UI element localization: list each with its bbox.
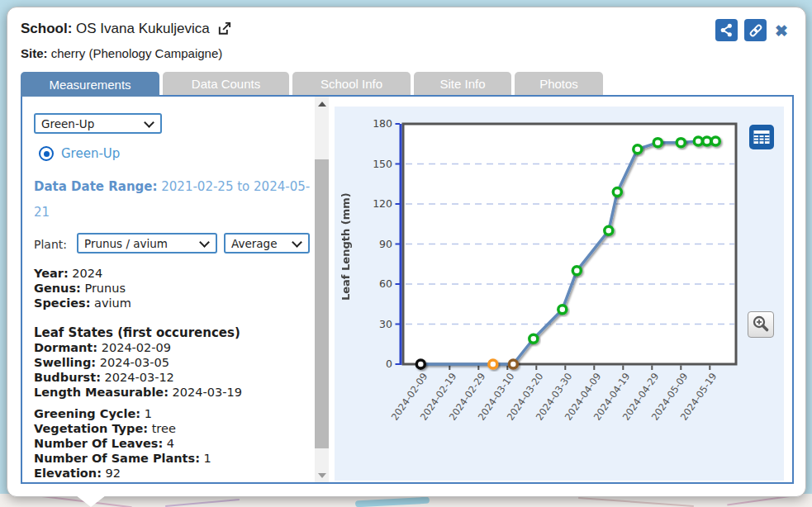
detail-row: Elevation: 92 <box>34 466 211 481</box>
leaf-length-chart-panel: Leaf Length (mm) <box>335 107 784 481</box>
measurement-controls-pane: Green-Up Green-Up Data Date Range: 2021-… <box>22 97 315 482</box>
plant-info-block: Year: 2024 Genus: Prunus Species: avium <box>34 266 131 310</box>
popup-tip <box>76 495 106 507</box>
y-tick-label: 30 <box>356 318 392 330</box>
data-point-marker-green[interactable] <box>711 137 719 145</box>
greenup-radio[interactable] <box>39 146 54 161</box>
detail-row: Vegetation Type: tree <box>34 421 211 436</box>
school-name: OS Ivana Kukuljevica <box>76 21 210 36</box>
y-tick-label: 120 <box>356 197 392 210</box>
data-point-marker-green[interactable] <box>613 187 621 196</box>
plant-select-value: Prunus / avium <box>84 237 168 250</box>
y-tick-label: 150 <box>356 158 392 170</box>
data-point-marker-green[interactable] <box>677 139 685 147</box>
chart-zoom-button[interactable] <box>748 311 774 338</box>
data-point-marker-dormant[interactable] <box>416 360 425 368</box>
leaf-state-row: Budburst: 2024-03-12 <box>34 370 242 385</box>
data-point-marker-green[interactable] <box>529 334 538 343</box>
share-nodes-button[interactable] <box>715 19 738 41</box>
map-road <box>165 499 240 507</box>
tab-data-counts[interactable]: Data Counts <box>163 72 289 95</box>
scroll-up-button[interactable] <box>315 97 329 111</box>
share-export-icon[interactable] <box>216 24 232 40</box>
arrow-up-icon <box>318 102 326 107</box>
zoom-in-magnifier-icon <box>750 314 772 335</box>
data-point-marker-green[interactable] <box>558 306 567 314</box>
share-nodes-icon <box>719 22 734 38</box>
data-point-marker-green[interactable] <box>634 145 642 154</box>
leaf-state-row: Swelling: 2024-03-05 <box>34 355 242 370</box>
plant-select[interactable]: Prunus / avium <box>77 233 217 254</box>
school-label: School: <box>21 21 72 36</box>
detail-row: Number Of Leaves: 4 <box>34 436 211 451</box>
y-axis-label: Leaf Length (mm) <box>340 156 352 338</box>
measurements-tab-content: Green-Up Green-Up Data Date Range: 2021-… <box>21 95 794 484</box>
link-icon <box>748 22 764 39</box>
detail-row: Number Of Same Plants: 1 <box>34 451 211 466</box>
greenup-radio-label: Green-Up <box>61 146 120 161</box>
data-date-range: Data Date Range: 2021-02-25 to 2024-05-2… <box>34 174 315 225</box>
chevron-down-icon <box>292 237 302 248</box>
tab-site-info[interactable]: Site Info <box>414 72 511 95</box>
popup-title: School: OS Ivana Kukuljevica <box>21 21 232 40</box>
site-label: Site: <box>21 46 48 60</box>
aggregate-select[interactable]: Average <box>224 233 310 254</box>
plant-details-block: Greening Cycle: 1 Vegetation Type: tree … <box>34 406 211 481</box>
leaf-states-title: Leaf States (first occurences) <box>34 325 242 340</box>
site-value: cherry (Phenology Campaigne) <box>51 46 223 60</box>
leaf-states-block: Leaf States (first occurences) Dormant: … <box>34 325 242 400</box>
measure-type-value: Green-Up <box>41 117 94 130</box>
plant-label: Plant: <box>34 238 67 251</box>
data-point-marker-green[interactable] <box>703 137 711 145</box>
y-tick-label: 0 <box>356 358 392 370</box>
data-table-icon <box>749 125 774 149</box>
scroll-down-button[interactable] <box>315 468 329 482</box>
left-pane-scrollbar[interactable] <box>315 97 329 482</box>
data-point-marker-green[interactable] <box>605 226 613 235</box>
leaf-state-row: Length Measurable: 2024-03-19 <box>34 385 242 400</box>
tab-photos[interactable]: Photos <box>515 72 603 95</box>
data-point-marker-green[interactable] <box>653 139 662 147</box>
leaf-state-row: Dormant: 2024-02-09 <box>34 340 242 355</box>
y-tick-label: 60 <box>356 277 392 290</box>
detail-row: Greening Cycle: 1 <box>34 406 211 421</box>
aggregate-select-value: Average <box>231 237 277 250</box>
arrow-down-icon <box>318 473 326 478</box>
scrollbar-thumb[interactable] <box>315 159 329 448</box>
site-details-popup: School: OS Ivana Kukuljevica Site: cherr… <box>7 7 806 497</box>
map-road <box>578 497 694 507</box>
tab-measurements[interactable]: Measurements <box>21 72 159 97</box>
tab-school-info[interactable]: School Info <box>292 72 411 95</box>
site-line: Site: cherry (Phenology Campaigne) <box>21 46 222 60</box>
data-point-marker-swelling[interactable] <box>489 360 497 368</box>
y-tick-label: 90 <box>356 238 392 250</box>
measure-type-select[interactable]: Green-Up <box>34 113 162 134</box>
map-water <box>355 497 430 507</box>
link-button[interactable] <box>744 19 767 41</box>
greenup-radio-row: Green-Up <box>39 146 120 161</box>
close-icon[interactable]: ✖ <box>771 21 792 42</box>
chevron-down-icon <box>199 237 210 248</box>
info-row: Year: 2024 <box>34 266 131 281</box>
data-point-marker-budburst[interactable] <box>509 360 517 368</box>
chevron-down-icon <box>144 117 154 128</box>
info-row: Genus: Prunus <box>34 281 131 296</box>
y-tick-label: 180 <box>356 117 392 130</box>
info-row: Species: avium <box>34 296 131 310</box>
data-table-button[interactable] <box>749 125 774 149</box>
data-point-marker-green[interactable] <box>694 137 702 145</box>
data-point-marker-green[interactable] <box>572 267 581 275</box>
date-range-label: Data Date Range: <box>34 179 158 194</box>
